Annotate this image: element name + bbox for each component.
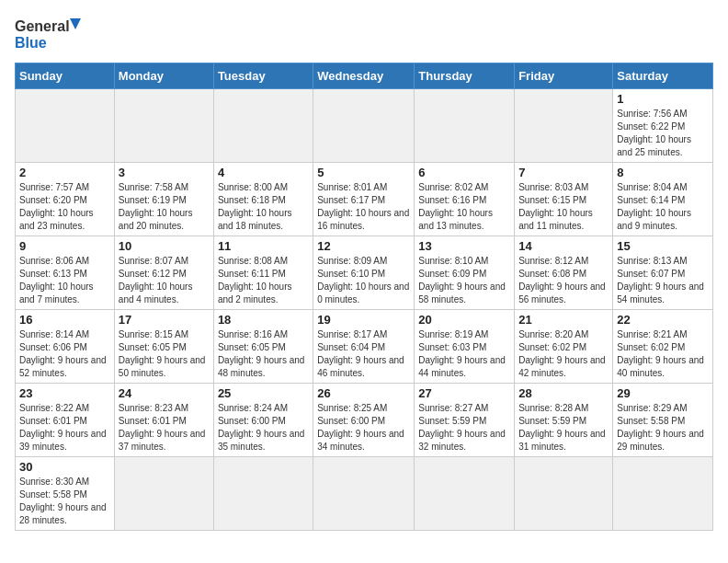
day-info: Sunrise: 8:00 AM Sunset: 6:18 PM Dayligh…	[218, 181, 309, 233]
calendar-cell: 14Sunrise: 8:12 AM Sunset: 6:08 PM Dayli…	[515, 236, 613, 310]
day-number: 18	[218, 313, 309, 327]
day-info: Sunrise: 7:56 AM Sunset: 6:22 PM Dayligh…	[617, 108, 709, 159]
calendar-cell: 1Sunrise: 7:56 AM Sunset: 6:22 PM Daylig…	[613, 89, 713, 163]
calendar-cell: 28Sunrise: 8:28 AM Sunset: 5:59 PM Dayli…	[515, 384, 613, 457]
day-info: Sunrise: 8:02 AM Sunset: 6:16 PM Dayligh…	[418, 181, 510, 233]
day-number: 8	[617, 166, 709, 179]
calendar-cell: 26Sunrise: 8:25 AM Sunset: 6:00 PM Dayli…	[313, 384, 415, 457]
day-info: Sunrise: 8:21 AM Sunset: 6:02 PM Dayligh…	[617, 328, 709, 380]
day-number: 17	[119, 313, 210, 327]
day-number: 26	[317, 386, 410, 400]
calendar-week-1: 1Sunrise: 7:56 AM Sunset: 6:22 PM Daylig…	[16, 89, 713, 163]
day-info: Sunrise: 8:19 AM Sunset: 6:03 PM Dayligh…	[418, 328, 510, 380]
calendar-cell	[515, 89, 613, 163]
svg-text:General: General	[15, 18, 70, 34]
day-number: 20	[418, 313, 510, 327]
calendar-cell	[515, 457, 613, 531]
day-info: Sunrise: 8:14 AM Sunset: 6:06 PM Dayligh…	[19, 328, 110, 380]
day-info: Sunrise: 8:30 AM Sunset: 5:58 PM Dayligh…	[19, 476, 110, 527]
day-info: Sunrise: 8:20 AM Sunset: 6:02 PM Dayligh…	[518, 328, 609, 380]
calendar-body: 1Sunrise: 7:56 AM Sunset: 6:22 PM Daylig…	[16, 89, 713, 531]
day-info: Sunrise: 8:12 AM Sunset: 6:08 PM Dayligh…	[518, 255, 609, 306]
day-info: Sunrise: 8:24 AM Sunset: 6:00 PM Dayligh…	[218, 402, 309, 454]
day-info: Sunrise: 8:17 AM Sunset: 6:04 PM Dayligh…	[317, 328, 410, 380]
calendar-cell: 25Sunrise: 8:24 AM Sunset: 6:00 PM Dayli…	[213, 384, 313, 457]
day-number: 24	[119, 386, 210, 400]
day-info: Sunrise: 8:09 AM Sunset: 6:10 PM Dayligh…	[317, 255, 410, 306]
calendar-cell: 24Sunrise: 8:23 AM Sunset: 6:01 PM Dayli…	[114, 384, 213, 457]
calendar-cell: 21Sunrise: 8:20 AM Sunset: 6:02 PM Dayli…	[515, 310, 613, 384]
day-number: 21	[518, 313, 609, 327]
calendar-cell: 8Sunrise: 8:04 AM Sunset: 6:14 PM Daylig…	[613, 163, 713, 236]
day-info: Sunrise: 8:28 AM Sunset: 5:59 PM Dayligh…	[518, 402, 609, 454]
day-number: 5	[317, 166, 410, 179]
day-number: 6	[418, 166, 510, 179]
weekday-header-friday: Friday	[515, 63, 613, 89]
calendar-week-6: 30Sunrise: 8:30 AM Sunset: 5:58 PM Dayli…	[16, 457, 713, 531]
day-number: 30	[19, 460, 110, 474]
calendar-cell: 11Sunrise: 8:08 AM Sunset: 6:11 PM Dayli…	[213, 236, 313, 310]
calendar-cell: 22Sunrise: 8:21 AM Sunset: 6:02 PM Dayli…	[613, 310, 713, 384]
calendar-cell: 3Sunrise: 7:58 AM Sunset: 6:19 PM Daylig…	[114, 163, 213, 236]
calendar-cell: 16Sunrise: 8:14 AM Sunset: 6:06 PM Dayli…	[16, 310, 115, 384]
day-info: Sunrise: 8:25 AM Sunset: 6:00 PM Dayligh…	[317, 402, 410, 454]
calendar-cell: 18Sunrise: 8:16 AM Sunset: 6:05 PM Dayli…	[213, 310, 313, 384]
calendar-cell	[415, 89, 515, 163]
calendar-cell	[213, 457, 313, 531]
calendar-cell: 13Sunrise: 8:10 AM Sunset: 6:09 PM Dayli…	[415, 236, 515, 310]
calendar-cell: 20Sunrise: 8:19 AM Sunset: 6:03 PM Dayli…	[415, 310, 515, 384]
day-info: Sunrise: 8:06 AM Sunset: 6:13 PM Dayligh…	[19, 255, 110, 306]
day-number: 23	[19, 386, 110, 400]
calendar-cell	[415, 457, 515, 531]
day-info: Sunrise: 8:29 AM Sunset: 5:58 PM Dayligh…	[617, 402, 709, 454]
calendar-cell: 17Sunrise: 8:15 AM Sunset: 6:05 PM Dayli…	[114, 310, 213, 384]
weekday-header-saturday: Saturday	[613, 63, 713, 89]
calendar-cell	[313, 457, 415, 531]
day-info: Sunrise: 8:15 AM Sunset: 6:05 PM Dayligh…	[119, 328, 210, 380]
day-number: 16	[19, 313, 110, 327]
calendar-cell	[213, 89, 313, 163]
day-info: Sunrise: 8:23 AM Sunset: 6:01 PM Dayligh…	[119, 402, 210, 454]
day-number: 10	[119, 239, 210, 253]
calendar-cell	[613, 457, 713, 531]
day-number: 29	[617, 386, 709, 400]
day-info: Sunrise: 8:07 AM Sunset: 6:12 PM Dayligh…	[119, 255, 210, 306]
calendar-cell: 12Sunrise: 8:09 AM Sunset: 6:10 PM Dayli…	[313, 236, 415, 310]
calendar-cell: 19Sunrise: 8:17 AM Sunset: 6:04 PM Dayli…	[313, 310, 415, 384]
calendar-week-3: 9Sunrise: 8:06 AM Sunset: 6:13 PM Daylig…	[16, 236, 713, 310]
day-info: Sunrise: 8:22 AM Sunset: 6:01 PM Dayligh…	[19, 402, 110, 454]
calendar-cell: 23Sunrise: 8:22 AM Sunset: 6:01 PM Dayli…	[16, 384, 115, 457]
day-number: 1	[617, 92, 709, 106]
day-info: Sunrise: 8:08 AM Sunset: 6:11 PM Dayligh…	[218, 255, 309, 306]
day-number: 7	[518, 166, 609, 179]
day-number: 11	[218, 239, 309, 253]
calendar-week-4: 16Sunrise: 8:14 AM Sunset: 6:06 PM Dayli…	[16, 310, 713, 384]
calendar-cell	[114, 457, 213, 531]
day-info: Sunrise: 8:03 AM Sunset: 6:15 PM Dayligh…	[518, 181, 609, 233]
calendar-cell: 29Sunrise: 8:29 AM Sunset: 5:58 PM Dayli…	[613, 384, 713, 457]
weekday-header-monday: Monday	[114, 63, 213, 89]
day-info: Sunrise: 8:10 AM Sunset: 6:09 PM Dayligh…	[418, 255, 510, 306]
day-info: Sunrise: 7:58 AM Sunset: 6:19 PM Dayligh…	[119, 181, 210, 233]
weekday-header-wednesday: Wednesday	[313, 63, 415, 89]
day-number: 14	[518, 239, 609, 253]
calendar-cell: 9Sunrise: 8:06 AM Sunset: 6:13 PM Daylig…	[16, 236, 115, 310]
day-info: Sunrise: 8:01 AM Sunset: 6:17 PM Dayligh…	[317, 181, 410, 233]
day-number: 25	[218, 386, 309, 400]
calendar-cell: 7Sunrise: 8:03 AM Sunset: 6:15 PM Daylig…	[515, 163, 613, 236]
calendar-cell: 27Sunrise: 8:27 AM Sunset: 5:59 PM Dayli…	[415, 384, 515, 457]
calendar-week-5: 23Sunrise: 8:22 AM Sunset: 6:01 PM Dayli…	[16, 384, 713, 457]
weekday-header-sunday: Sunday	[16, 63, 115, 89]
svg-marker-2	[70, 18, 81, 29]
calendar-cell	[313, 89, 415, 163]
day-number: 4	[218, 166, 309, 179]
weekday-header-tuesday: Tuesday	[213, 63, 313, 89]
calendar-cell: 5Sunrise: 8:01 AM Sunset: 6:17 PM Daylig…	[313, 163, 415, 236]
calendar: SundayMondayTuesdayWednesdayThursdayFrid…	[15, 63, 713, 531]
weekday-header-thursday: Thursday	[415, 63, 515, 89]
day-number: 22	[617, 313, 709, 327]
header: GeneralBlue	[15, 15, 713, 53]
logo-svg: GeneralBlue	[15, 15, 88, 53]
calendar-cell: 10Sunrise: 8:07 AM Sunset: 6:12 PM Dayli…	[114, 236, 213, 310]
weekday-row: SundayMondayTuesdayWednesdayThursdayFrid…	[16, 63, 713, 89]
